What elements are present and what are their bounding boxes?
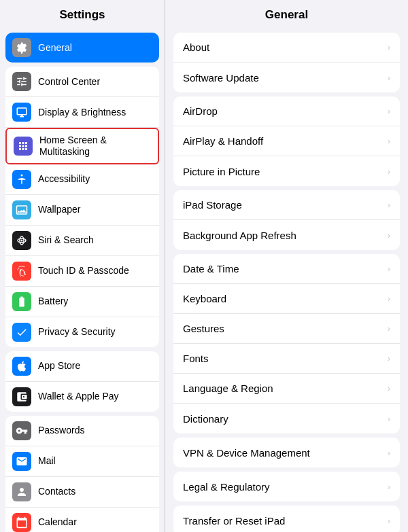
key-icon xyxy=(12,421,31,440)
home-icon xyxy=(14,137,33,156)
sidebar-item-privacy-label: Privacy & Security xyxy=(38,326,116,338)
main-item-ipad-storage-label: iPad Storage xyxy=(183,199,242,211)
main-item-fonts[interactable]: Fonts › xyxy=(173,344,400,374)
sidebar-item-siri-label: Siri & Search xyxy=(38,234,94,246)
main-group-2: iPad Storage › Background App Refresh › xyxy=(173,190,400,250)
chevron-icon-dictionary: › xyxy=(388,414,390,424)
sidebar-item-control-center-label: Control Center xyxy=(38,76,100,88)
svg-point-0 xyxy=(21,174,23,176)
sidebar-item-touchid-label: Touch ID & Passcode xyxy=(38,265,129,277)
sidebar-title: Settings xyxy=(0,0,165,29)
main-item-gestures-label: Gestures xyxy=(183,323,224,334)
sidebar-group-1: Control Center Display & Brightness Home… xyxy=(5,67,159,347)
main-item-software-update[interactable]: Software Update › xyxy=(173,63,400,92)
chevron-icon-pip: › xyxy=(388,166,390,177)
sidebar-item-mail[interactable]: Mail xyxy=(5,446,159,477)
chevron-icon-airdrop: › xyxy=(388,106,390,116)
main-item-software-update-label: Software Update xyxy=(183,72,259,84)
main-group-5: Legal & Regulatory › xyxy=(173,472,400,501)
contacts-icon xyxy=(12,482,31,501)
chevron-icon-gestures: › xyxy=(388,323,390,334)
main-group-3: Date & Time › Keyboard › Gestures › Font… xyxy=(173,254,400,433)
main-item-about[interactable]: About › xyxy=(173,33,400,63)
main-item-keyboard-label: Keyboard xyxy=(183,293,226,304)
sidebar-item-wallpaper[interactable]: Wallpaper xyxy=(5,195,159,226)
sidebar-item-display-label: Display & Brightness xyxy=(38,107,126,118)
chevron-icon-date-time: › xyxy=(388,264,390,274)
sidebar-item-passwords[interactable]: Passwords xyxy=(5,416,159,446)
calendar-icon xyxy=(12,513,31,532)
main-item-legal[interactable]: Legal & Regulatory › xyxy=(173,472,400,501)
chevron-icon-transfer-reset: › xyxy=(388,516,390,526)
sidebar-item-general-label: General xyxy=(38,42,72,54)
main-item-vpn-label: VPN & Device Management xyxy=(183,447,310,459)
appstore-icon xyxy=(12,357,31,376)
main-item-date-time[interactable]: Date & Time › xyxy=(173,254,400,284)
main-group-6: Transfer or Reset iPad › xyxy=(173,506,400,532)
sidebar-item-touchid[interactable]: Touch ID & Passcode xyxy=(5,256,159,287)
chevron-icon-vpn: › xyxy=(388,448,390,458)
chevron-icon-fonts: › xyxy=(388,353,390,363)
main-item-airplay[interactable]: AirPlay & Handoff › xyxy=(173,126,400,156)
sidebar-item-accessibility[interactable]: Accessibility xyxy=(5,164,159,195)
sidebar-item-battery-label: Battery xyxy=(38,296,68,307)
main-item-pip[interactable]: Picture in Picture › xyxy=(173,156,400,186)
chevron-icon-language: › xyxy=(388,383,390,393)
chevron-icon-background-refresh: › xyxy=(388,230,390,241)
sidebar-item-calendar[interactable]: Calendar xyxy=(5,508,159,532)
main-item-ipad-storage[interactable]: iPad Storage › xyxy=(173,190,400,220)
main-item-language[interactable]: Language & Region › xyxy=(173,374,400,404)
main-item-transfer-reset-label: Transfer or Reset iPad xyxy=(183,515,285,527)
sidebar-item-display[interactable]: Display & Brightness xyxy=(5,97,159,128)
sidebar-item-home-screen-label: Home Screen & Multitasking xyxy=(39,135,151,158)
main-item-background-refresh[interactable]: Background App Refresh › xyxy=(173,220,400,250)
sidebar-item-mail-label: Mail xyxy=(38,455,56,467)
sidebar-item-passwords-label: Passwords xyxy=(38,425,84,436)
main-item-dictionary[interactable]: Dictionary › xyxy=(173,404,400,433)
main-item-date-time-label: Date & Time xyxy=(183,263,239,274)
main-item-airplay-label: AirPlay & Handoff xyxy=(183,135,263,147)
main-item-background-refresh-label: Background App Refresh xyxy=(183,230,296,241)
sidebar-item-accessibility-label: Accessibility xyxy=(38,173,90,185)
sidebar-group-0: General xyxy=(5,33,159,63)
accessibility-icon xyxy=(12,170,31,189)
wallet-icon xyxy=(12,387,31,406)
chevron-icon-software-update: › xyxy=(388,73,390,83)
main-item-vpn[interactable]: VPN & Device Management › xyxy=(173,438,400,467)
sidebar-item-contacts[interactable]: Contacts xyxy=(5,477,159,508)
main-item-pip-label: Picture in Picture xyxy=(183,166,260,177)
main-item-fonts-label: Fonts xyxy=(183,353,209,364)
chevron-icon-ipad-storage: › xyxy=(388,200,390,210)
battery-icon xyxy=(12,292,31,311)
sidebar-item-appstore[interactable]: App Store xyxy=(5,351,159,382)
sidebar: Settings General Control Center xyxy=(0,0,165,532)
touchid-icon xyxy=(12,262,31,281)
main-item-dictionary-label: Dictionary xyxy=(183,413,228,425)
svg-point-3 xyxy=(21,239,23,241)
main-item-airdrop[interactable]: AirDrop › xyxy=(173,96,400,126)
main-content: General About › Software Update › AirDro… xyxy=(165,0,408,532)
sidebar-item-general[interactable]: General xyxy=(5,33,159,63)
sidebar-group-3: Passwords Mail Contacts Calendar xyxy=(5,416,159,532)
main-group-4: VPN & Device Management › xyxy=(173,438,400,467)
main-item-gestures[interactable]: Gestures › xyxy=(173,314,400,344)
sliders-icon xyxy=(12,72,31,91)
sidebar-item-home-screen[interactable]: Home Screen & Multitasking xyxy=(5,128,159,164)
main-title: General xyxy=(165,0,408,29)
chevron-icon-about: › xyxy=(388,42,390,52)
chevron-icon-airplay: › xyxy=(388,136,390,146)
main-item-language-label: Language & Region xyxy=(183,383,273,394)
hand-icon xyxy=(12,323,31,342)
main-item-airdrop-label: AirDrop xyxy=(183,105,218,117)
sidebar-item-contacts-label: Contacts xyxy=(38,486,75,497)
sidebar-item-wallet[interactable]: Wallet & Apple Pay xyxy=(5,382,159,412)
chevron-icon-legal: › xyxy=(388,482,390,492)
sidebar-item-siri[interactable]: Siri & Search xyxy=(5,226,159,256)
main-item-keyboard[interactable]: Keyboard › xyxy=(173,284,400,314)
main-item-transfer-reset[interactable]: Transfer or Reset iPad › xyxy=(173,506,400,532)
sidebar-item-privacy[interactable]: Privacy & Security xyxy=(5,317,159,347)
sidebar-item-battery[interactable]: Battery xyxy=(5,287,159,317)
main-item-about-label: About xyxy=(183,41,209,53)
main-group-1: AirDrop › AirPlay & Handoff › Picture in… xyxy=(173,96,400,186)
sidebar-item-control-center[interactable]: Control Center xyxy=(5,67,159,97)
